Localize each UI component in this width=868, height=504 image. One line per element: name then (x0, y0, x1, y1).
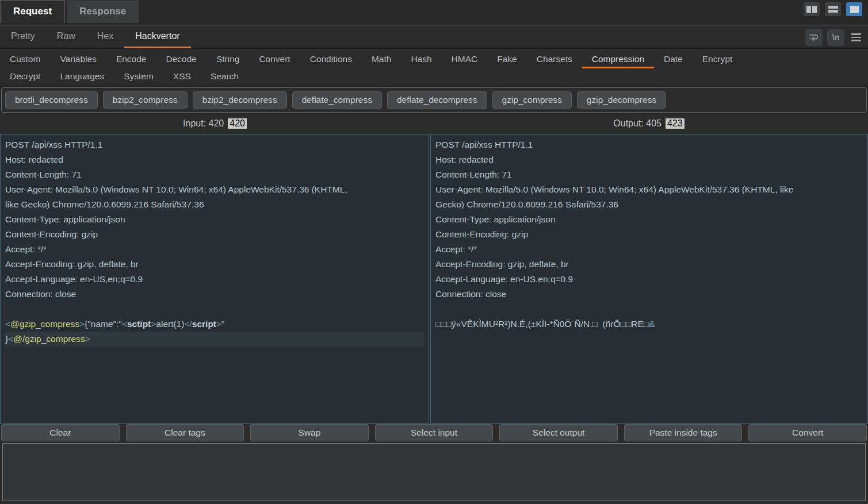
output-editor[interactable]: POST /api/xss HTTP/1.1Host: redactedCont… (430, 134, 868, 424)
word-wrap-icon[interactable] (805, 29, 823, 46)
window-tab-response[interactable]: Response (66, 0, 139, 23)
editor-line: □□□ÿ«VÊKÌMU²R²)N.É,(±KÌI-*Ñ0Ô´Ñ/N.□ (ñrÕ… (435, 317, 863, 332)
category-tab-variables[interactable]: Variables (50, 51, 106, 68)
brotli-decompress-button[interactable]: brotli_decompress (5, 91, 98, 109)
editor-line (5, 302, 424, 317)
editor-line (435, 302, 863, 317)
editor-toolbar-icons: \n (805, 29, 863, 46)
input-editor[interactable]: POST /api/xss HTTP/1.1Host: redactedCont… (0, 134, 429, 424)
category-tab-xss[interactable]: XSS (163, 68, 201, 86)
hamburger-menu-icon[interactable] (849, 33, 863, 41)
editor-line: Content-Type: application/json (435, 212, 863, 227)
split-rows-glyph (828, 6, 838, 13)
category-tab-custom[interactable]: Custom (0, 51, 50, 68)
output-count-label: Output: 405 (613, 118, 661, 129)
hackvertor-categories: CustomVariablesEncodeDecodeStringConvert… (0, 49, 868, 86)
select-input-button[interactable]: Select input (375, 424, 494, 441)
message-editor-tabbar: RequestResponse (0, 0, 868, 26)
editor-line: POST /api/xss HTTP/1.1 (5, 137, 424, 152)
editor-line: Accept-Encoding: gzip, deflate, br (5, 257, 424, 272)
compression-functions-panel: brotli_decompressbzip2_compressbzip2_dec… (1, 87, 867, 113)
editor-line: User-Agent: Mozilla/5.0 (Windows NT 10.0… (435, 182, 863, 197)
category-tab-date[interactable]: Date (654, 51, 693, 68)
editor-line: Content-Encoding: gzip (5, 227, 424, 242)
deflate-compress-button[interactable]: deflate_compress (292, 91, 382, 109)
category-tab-encrypt[interactable]: Encrypt (693, 51, 743, 68)
paste-inside-tags-button[interactable]: Paste inside tags (624, 424, 743, 441)
editor-line: }<@/gzip_compress> (5, 332, 424, 347)
category-tab-decode[interactable]: Decode (156, 51, 206, 68)
action-button-bar: ClearClear tagsSwapSelect inputSelect ou… (0, 424, 868, 442)
category-tab-conditions[interactable]: Conditions (300, 51, 362, 68)
deflate-decompress-button[interactable]: deflate_decompress (387, 91, 487, 109)
editor-line: Accept-Language: en-US,en;q=0.9 (435, 272, 863, 287)
editor-line: <@gzip_compress>{"name":"<sctipt>alert(1… (5, 317, 424, 332)
view-tab-hackvertor[interactable]: Hackvertor (124, 26, 190, 48)
editor-line: Host: redacted (435, 152, 863, 167)
single-pane-icon[interactable] (846, 2, 862, 16)
editor-line: Accept: */* (435, 242, 863, 257)
editor-line: Content-Length: 71 (5, 167, 424, 182)
category-tab-compression[interactable]: Compression (582, 51, 654, 68)
output-count-badge: 423 (666, 118, 685, 129)
category-tab-languages[interactable]: Languages (50, 68, 114, 86)
editor-line: Connection: close (5, 287, 424, 302)
category-tab-hmac[interactable]: HMAC (442, 51, 488, 68)
input-count-badge: 420 (228, 118, 247, 129)
category-tab-search[interactable]: Search (201, 68, 248, 86)
editor-split: POST /api/xss HTTP/1.1Host: redactedCont… (0, 134, 868, 424)
editor-line: Accept-Language: en-US,en;q=0.9 (5, 272, 424, 287)
view-tab-pretty[interactable]: Pretty (0, 26, 46, 48)
split-columns-glyph (806, 6, 811, 13)
editor-line: Content-Length: 71 (435, 167, 863, 182)
clear-tags-button[interactable]: Clear tags (126, 424, 244, 441)
editor-line: Content-Encoding: gzip (435, 227, 863, 242)
bzip2-decompress-button[interactable]: bzip2_decompress (193, 91, 287, 109)
category-tab-math[interactable]: Math (362, 51, 401, 68)
swap-button[interactable]: Swap (250, 424, 369, 441)
gzip-decompress-button[interactable]: gzip_decompress (577, 91, 666, 109)
editor-line: POST /api/xss HTTP/1.1 (435, 137, 863, 152)
bzip2-compress-button[interactable]: bzip2_compress (103, 91, 188, 109)
editor-line: Gecko) Chrome/120.0.6099.216 Safari/537.… (435, 197, 863, 212)
clear-button[interactable]: Clear (1, 424, 120, 441)
editor-line: like Gecko) Chrome/120.0.6099.216 Safari… (5, 197, 424, 212)
editor-line: Connection: close (435, 287, 863, 302)
bottom-panel (0, 442, 868, 504)
newline-icon[interactable]: \n (827, 29, 844, 46)
window-tab-request[interactable]: Request (0, 0, 65, 23)
input-count-label: Input: 420 (183, 118, 224, 129)
split-columns-icon[interactable] (804, 2, 820, 16)
category-tab-string[interactable]: String (207, 51, 250, 68)
category-tab-fake[interactable]: Fake (487, 51, 526, 68)
split-columns-glyph (812, 6, 817, 13)
editor-line: Content-Type: application/json (5, 212, 424, 227)
category-tab-encode[interactable]: Encode (106, 51, 156, 68)
layout-selector (804, 2, 862, 16)
category-tab-decrypt[interactable]: Decrypt (0, 68, 50, 86)
single-pane-glyph (850, 6, 859, 13)
view-tab-hex[interactable]: Hex (86, 26, 124, 48)
category-tab-system[interactable]: System (114, 68, 163, 86)
category-tab-hash[interactable]: Hash (401, 51, 441, 68)
editor-line: Host: redacted (5, 152, 424, 167)
editor-line: Accept-Encoding: gzip, deflate, br (435, 257, 863, 272)
convert-button[interactable]: Convert (748, 424, 867, 441)
category-tab-charsets[interactable]: Charsets (527, 51, 582, 68)
view-tabbar: PrettyRawHexHackvertor \n (0, 26, 868, 49)
category-tab-convert[interactable]: Convert (249, 51, 300, 68)
io-counter-bar: Input: 420 420 Output: 405 423 (0, 113, 868, 134)
select-output-button[interactable]: Select output (499, 424, 618, 441)
editor-line: Accept: */* (5, 242, 424, 257)
gzip-compress-button[interactable]: gzip_compress (492, 91, 572, 109)
view-tab-raw[interactable]: Raw (46, 26, 86, 48)
split-rows-icon[interactable] (825, 2, 841, 16)
editor-line: User-Agent: Mozilla/5.0 (Windows NT 10.0… (5, 182, 424, 197)
bottom-text-area[interactable] (2, 443, 866, 501)
